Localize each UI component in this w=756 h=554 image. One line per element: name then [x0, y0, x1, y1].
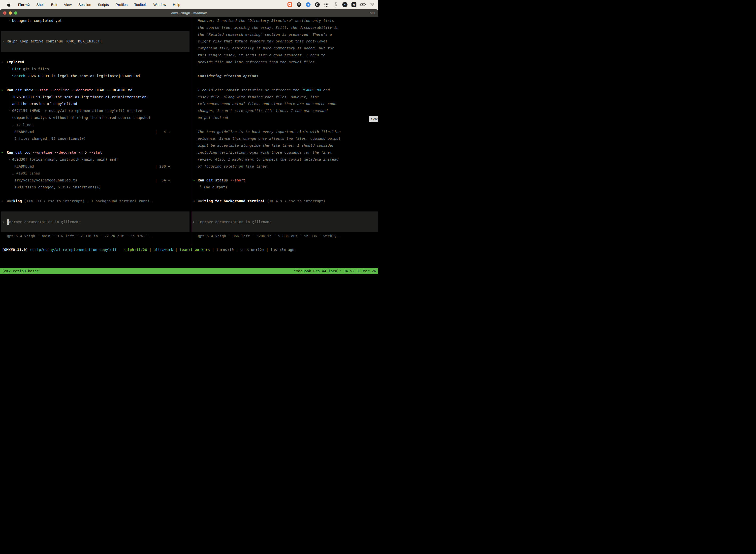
bullet-icon: • [1, 149, 3, 156]
thinking-paragraph-line: references need actual files, and since … [191, 100, 378, 107]
more-lines-indicator: … +2 lines [0, 121, 191, 128]
bullet-icon: • [193, 177, 195, 184]
input-placeholder: Improve documentation in @filename [198, 218, 271, 225]
terminal-line: └ No agents completed yet [0, 17, 191, 24]
omx-version: [OMX#0.11.9] [2, 248, 28, 252]
blue-badge-icon[interactable] [305, 2, 311, 7]
menu-item-iterm2[interactable]: iTerm2 [18, 3, 29, 7]
thinking-paragraph-line: review. Also, I might want to inspect th… [191, 156, 378, 163]
cmd-output-line: └ 4b9d30f (origin/main, instructkr/main,… [0, 156, 191, 163]
apple-icon[interactable] [6, 2, 11, 7]
prompt-icon: › [2, 38, 5, 45]
bullet-icon: • [1, 59, 3, 65]
squiggle-icon[interactable] [333, 2, 338, 7]
file-link: README.md [302, 88, 321, 92]
screen: iTerm2 Shell Edit View Session Scripts P… [0, 0, 378, 277]
menu-item-view[interactable]: View [64, 3, 72, 7]
omx-status-bar: [OMX#0.11.9] cczip/essay/ai-reimplementa… [2, 246, 295, 253]
tmux-host-clock: "MacBook-Pro-44.local" 04:52 31-Mar-26 [294, 269, 376, 273]
thinking-paragraph-line: I could cite commit statistics or refere… [191, 87, 378, 94]
thinking-paragraph-line: the source tree, missing the essay. Stil… [191, 24, 378, 31]
menu-item-session[interactable]: Session [78, 3, 91, 7]
menu-bar: iTerm2 Shell Edit View Session Scripts P… [0, 0, 378, 9]
text-cursor: I [7, 219, 9, 225]
diffstat-summary: 1903 files changed, 513517 insertions(+) [0, 184, 191, 190]
thinking-paragraph-line: changes, I can't cite specific file line… [191, 107, 378, 114]
input-placeholder: mprove documentation in @filename [9, 218, 81, 225]
cmd-output-line: └ (no output) [191, 184, 378, 190]
no-agents-text: No agents completed yet [12, 17, 62, 24]
menu-item-shell[interactable]: Shell [36, 3, 44, 7]
thinking-paragraph-line: provide file and line references from th… [191, 59, 378, 65]
dark-circle-icon[interactable] [315, 2, 320, 7]
minimize-button[interactable] [9, 11, 12, 15]
working-status-line: • Working (11m 13s • esc to interrupt) ·… [0, 198, 191, 205]
a-app-icon[interactable]: A [351, 2, 357, 7]
menu-item-scripts[interactable]: Scripts [98, 3, 109, 7]
thinking-paragraph-line: companion file, especially if more comme… [191, 45, 378, 52]
zoom-button[interactable] [14, 11, 17, 15]
cmd-output-line: └ 067f154 (HEAD -> essay/ai-reimplementa… [0, 107, 191, 114]
thinking-paragraph-line: However, I noticed the "Directory Struct… [191, 17, 378, 24]
menu-item-toolbelt[interactable]: Toolbelt [134, 3, 146, 7]
menu-item-window[interactable]: Window [153, 3, 166, 7]
timer-badge-icon[interactable]: ..61 [342, 2, 348, 7]
cmd-output-line: companion analysis without altering the … [0, 114, 191, 121]
traffic-lights [3, 11, 17, 15]
thinking-paragraph-line: evidence. Since this change only affects… [191, 135, 378, 142]
thinking-paragraph-line: The team guideline is to back every impo… [191, 128, 378, 135]
window-shortcut-hint: ⌥⌘1 [370, 11, 376, 15]
menu-status-icons: ..61 A [287, 2, 378, 7]
window-title: omx --xhigh --madmax [171, 11, 207, 15]
spinner-bullet-icon: • [193, 198, 195, 205]
spinner-bullet-icon: • [1, 198, 3, 205]
menu-item-edit[interactable]: Edit [51, 3, 57, 7]
close-button[interactable] [3, 11, 6, 15]
waiting-status-line: • Waiting for background terminal (1m 41… [191, 198, 378, 205]
tmux-session-name: [omx-cczip0:bash* [2, 269, 39, 273]
thinking-paragraph-line: output instead. [191, 114, 378, 121]
ran-git-status-line: • Ran git status --short [191, 177, 378, 184]
thinking-paragraph-line: of focusing solely on file lines. [191, 163, 378, 170]
turns-counter: turns:10 [216, 248, 234, 252]
window-title-bar[interactable]: omx --xhigh --madmax ⌥⌘1 [0, 9, 378, 17]
omx-branch-path: cczip/essay/ai-reimplementation-copyleft [30, 248, 117, 252]
menu-item-help[interactable]: Help [173, 3, 180, 7]
cmd-wrap-line: 2026-03-09-is-legal-the-same-as-legitima… [0, 94, 191, 101]
explored-search-line: Search 2026-03-09-is-legal-the-same-as-l… [0, 72, 191, 79]
thinking-paragraph-line: the "Related research writing" section i… [191, 31, 378, 38]
prompt-input-line[interactable]: › Improve documentation in @filename [191, 218, 378, 225]
thinking-paragraph-line: this single essay, it seems like a good … [191, 52, 378, 59]
battery-icon[interactable] [360, 2, 366, 7]
team-workers: team:1 workers [180, 248, 210, 252]
tool-label: List [12, 67, 21, 71]
diffstat-line: README.md | 4 + [0, 128, 191, 135]
session-status-line: gpt-5.4 xhigh · main · 91% left · 2.31M … [0, 233, 191, 239]
ralph-counter: ralph:11/20 [123, 248, 147, 252]
terminal-area: └ No agents completed yet › Ralph loop a… [0, 17, 378, 277]
screen-overlay-tooltip[interactable]: Scre [369, 116, 378, 122]
thinking-paragraph-line: including verification notes with those … [191, 149, 378, 156]
prompt-input-line[interactable]: › I mprove documentation in @filename [0, 218, 191, 225]
chat-app-icon[interactable] [287, 2, 293, 7]
diffstat-line: src/voice/voiceModeEnabled.ts | 54 + [0, 177, 191, 184]
explored-header: • Explored [0, 59, 191, 65]
inject-banner-line: › Ralph loop active continue [OMX_TMUX_I… [0, 38, 191, 45]
thinking-paragraph-line: essay file, along with finding root file… [191, 94, 378, 101]
thinking-paragraph-line: slight risk that future readers may over… [191, 38, 378, 45]
more-lines-indicator: … +1901 lines [0, 170, 191, 177]
prompt-icon: › [193, 218, 195, 225]
explored-list-line: └ List git ls-files [0, 65, 191, 72]
ultrawork-badge: ultrawork [153, 248, 173, 252]
tmux-status-bar: [omx-cczip0:bash* "MacBook-Pro-44.local"… [0, 268, 378, 274]
dots-grid-icon[interactable] [324, 2, 329, 7]
diffstat-summary: 2 files changed, 92 insertions(+) [0, 135, 191, 142]
ran-git-show-line: • Ran git show --stat --oneline --decora… [0, 87, 191, 94]
menu-item-profiles[interactable]: Profiles [116, 3, 127, 7]
wifi-icon[interactable] [370, 2, 375, 7]
tool-label: Search [12, 74, 25, 78]
session-status-line: gpt-5.4 xhigh · 96% left · 520K in · 5.8… [191, 233, 378, 239]
iterm-window: omx --xhigh --madmax ⌥⌘1 └ No agents com… [0, 9, 378, 277]
shield-grid-icon[interactable] [296, 2, 302, 7]
last-activity: last:5m ago [271, 248, 295, 252]
